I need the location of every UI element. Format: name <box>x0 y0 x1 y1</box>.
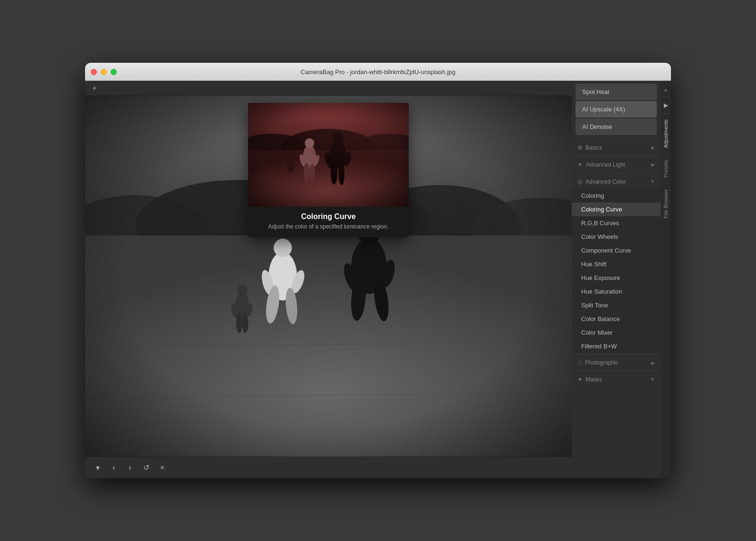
svg-point-43 <box>339 162 344 185</box>
svg-point-47 <box>312 154 320 167</box>
svg-point-42 <box>331 161 337 185</box>
image-container: Coloring Curve Adjust the color of a spe… <box>85 96 572 456</box>
svg-rect-31 <box>248 103 409 207</box>
svg-point-18 <box>372 278 391 322</box>
tooltip-title: Coloring Curve <box>256 212 401 221</box>
svg-point-26 <box>237 285 247 295</box>
minimize-button[interactable] <box>101 69 107 75</box>
hue-exposure-item[interactable]: Hue Exposure <box>572 271 661 285</box>
svg-point-51 <box>287 152 294 158</box>
collapse-icon[interactable]: ≡ <box>662 85 669 96</box>
rgb-curves-item[interactable]: R,G,B Curves <box>572 216 661 230</box>
filtered-bw-item[interactable]: Filtered B+W <box>572 339 661 353</box>
next-button[interactable]: › <box>125 463 135 473</box>
svg-point-38 <box>329 141 346 169</box>
ai-upscale-button[interactable]: AI Upscale (4X) <box>576 101 657 118</box>
coloring-curve-item[interactable]: Coloring Curve <box>572 203 661 216</box>
traffic-lights <box>91 69 117 75</box>
tool-buttons-section: Spot Heal AI Upscale (4X) AI Denoise <box>572 81 661 138</box>
masks-section-header[interactable]: ✦ Masks ▼ <box>572 372 661 387</box>
close-button-bottom[interactable]: ✕ <box>157 463 167 473</box>
window-title: CameraBag Pro - jordan-whitt-b8rkmfxZjdU… <box>301 68 455 76</box>
basics-arrow: ▶ <box>651 145 655 150</box>
advanced-color-label: Advanced Color <box>585 178 626 185</box>
canvas-area: + <box>85 81 572 478</box>
split-tone-item[interactable]: Split Tone <box>572 298 661 312</box>
advanced-color-icon: ◎ <box>577 178 583 185</box>
advanced-color-submenu: Coloring Coloring Curve R,G,B Curves Col… <box>572 189 661 353</box>
coloring-item[interactable]: Coloring <box>572 189 661 203</box>
presets-tab[interactable]: Presets <box>661 155 670 182</box>
svg-rect-36 <box>248 150 409 207</box>
photographic-icon: ⬡ <box>577 360 582 366</box>
file-browser-tab[interactable]: File Browser <box>661 185 670 223</box>
color-wheels-item[interactable]: Color Wheels <box>572 230 661 244</box>
svg-point-13 <box>351 238 387 294</box>
hue-shift-item[interactable]: Hue Shift <box>572 257 661 271</box>
ai-denoise-button[interactable]: AI Denoise <box>576 118 657 135</box>
svg-point-19 <box>268 252 297 301</box>
divider-2 <box>576 156 657 156</box>
svg-point-20 <box>274 239 292 257</box>
photographic-section-header[interactable]: ⬡ Photographic ▶ <box>572 355 661 370</box>
canvas-toolbar: + <box>85 81 572 96</box>
tooltip-preview-image <box>248 103 409 207</box>
svg-point-33 <box>248 134 309 167</box>
svg-rect-32 <box>248 103 409 155</box>
divider-3 <box>576 173 657 173</box>
svg-point-6 <box>470 198 572 269</box>
basics-label: Basics <box>585 144 602 151</box>
masks-label: Masks <box>585 376 602 383</box>
add-button[interactable]: + <box>90 84 99 93</box>
tooltip-description: Adjust the color of a specified luminanc… <box>256 223 401 231</box>
divider-5 <box>576 371 657 371</box>
photographic-arrow: ▶ <box>651 360 655 365</box>
basics-icon: ⊕ <box>577 144 583 151</box>
color-balance-item[interactable]: Color Balance <box>572 312 661 326</box>
svg-point-27 <box>231 303 239 318</box>
svg-point-24 <box>284 287 299 325</box>
svg-point-23 <box>264 285 282 324</box>
svg-point-16 <box>378 258 397 289</box>
right-panel-arrow[interactable]: ▶ <box>662 98 670 112</box>
tooltip-preview-svg <box>248 103 409 207</box>
reset-button[interactable]: ↺ <box>141 463 151 473</box>
advanced-color-section-header[interactable]: ◎ Advanced Color ▼ <box>572 174 661 189</box>
component-curve-item[interactable]: Component Curve <box>572 244 661 257</box>
main-content: + <box>85 81 671 478</box>
svg-point-21 <box>259 269 276 296</box>
advanced-light-arrow: ▶ <box>651 162 655 167</box>
svg-point-39 <box>332 132 344 144</box>
masks-arrow: ▼ <box>650 377 655 382</box>
hue-saturation-item[interactable]: Hue Saturation <box>572 285 661 298</box>
adjustments-tab[interactable]: Adjustments <box>661 115 670 153</box>
svg-line-9 <box>85 291 572 296</box>
color-mixer-item[interactable]: Color Mixer <box>572 326 661 339</box>
prev-button[interactable]: ‹ <box>109 463 119 473</box>
advanced-light-section-header[interactable]: ☀ Advanced Light ▶ <box>572 157 661 172</box>
svg-point-25 <box>235 292 249 321</box>
vert-divider-1 <box>662 97 669 97</box>
tooltip-text-area: Coloring Curve Adjust the color of a spe… <box>248 207 409 237</box>
basics-section-header[interactable]: ⊕ Basics ▶ <box>572 140 661 155</box>
svg-point-41 <box>343 151 353 167</box>
close-button[interactable] <box>91 69 97 75</box>
svg-rect-8 <box>85 236 572 456</box>
svg-point-48 <box>304 163 309 182</box>
right-sidebar: Spot Heal AI Upscale (4X) AI Denoise ⊕ B… <box>572 81 671 478</box>
advanced-light-icon: ☀ <box>577 161 583 168</box>
app-window: CameraBag Pro - jordan-whitt-b8rkmfxZjdU… <box>85 63 671 478</box>
advanced-color-arrow: ▼ <box>650 179 655 184</box>
masks-icon: ✦ <box>577 376 583 383</box>
titlebar: CameraBag Pro - jordan-whitt-b8rkmfxZjdU… <box>85 63 671 81</box>
spot-heal-button[interactable]: Spot Heal <box>576 84 657 100</box>
divider-4 <box>576 354 657 355</box>
svg-point-15 <box>341 262 362 294</box>
maximize-button[interactable] <box>111 69 117 75</box>
divider-1 <box>576 139 657 139</box>
svg-point-44 <box>303 145 316 169</box>
vert-divider-3 <box>662 154 669 154</box>
svg-point-45 <box>305 138 314 148</box>
svg-line-11 <box>85 393 572 398</box>
arrow-down-button[interactable]: ▼ <box>93 463 103 473</box>
